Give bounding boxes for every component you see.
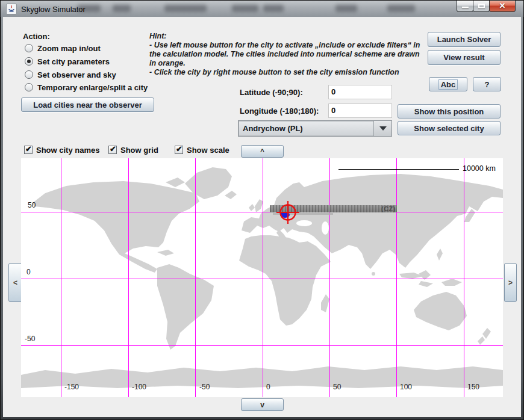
abc-button[interactable]: Abc [429, 77, 467, 91]
latitude-label: Latitude (-90;90): [240, 88, 303, 97]
abc-button-label: Abc [438, 79, 458, 90]
hint-block: Hint: - Use left mouse button for the ci… [149, 32, 422, 77]
checkbox-checked-icon [175, 146, 183, 154]
grid-meridian [464, 158, 464, 397]
latitude-input[interactable]: 0 [328, 85, 392, 99]
lat-label-m50: -50 [25, 335, 35, 343]
pan-left-button[interactable]: < [8, 263, 22, 302]
grid-meridian [128, 158, 129, 397]
window-title: Skyglow Simulator [21, 5, 86, 14]
pan-right-button[interactable]: > [504, 263, 517, 302]
titlebar-glass-artifact [232, 5, 258, 12]
hint-line-2: - Click the city by right mouse button t… [149, 68, 422, 77]
longitude-input[interactable]: 0 [328, 103, 392, 118]
city-cluster-label: (CZ) [381, 205, 397, 212]
radio-selected-icon [25, 57, 33, 66]
pan-up-button[interactable]: ^ [241, 145, 284, 158]
longitude-label: Longitude (-180;180): [240, 107, 319, 116]
titlebar-glass-artifact [164, 5, 207, 12]
lon-label-50: 50 [333, 383, 341, 391]
grid-meridian [263, 158, 263, 397]
show-selected-city-button[interactable]: Show selected city [398, 121, 501, 135]
checkbox-label: Show city names [36, 146, 99, 155]
city-selector-value: Andrychow (PL) [239, 124, 373, 133]
titlebar-glass-artifact [335, 5, 357, 12]
lon-label-m50: -50 [199, 383, 210, 391]
world-map-canvas[interactable]: 50 0 -50 -150 -100 -50 0 50 100 150 1000… [21, 158, 503, 397]
grid-meridian [329, 158, 330, 397]
lon-label-150: 150 [467, 383, 479, 391]
app-window: Skyglow Simulator ✕ Action: Zoom map in/… [0, 0, 524, 420]
world-map-continents [21, 158, 503, 397]
titlebar-glass-artifact [263, 5, 284, 12]
grid-parallel [21, 212, 503, 212]
radio-icon [25, 70, 33, 79]
map-scale-bar [338, 169, 459, 170]
radio-icon [25, 83, 33, 91]
checkbox-checked-icon [24, 146, 33, 154]
maximize-icon [478, 4, 485, 8]
grid-parallel [21, 279, 503, 279]
radio-label: Set city parameters [37, 57, 110, 66]
main-panel: Action: Zoom map in/out Set city paramet… [3, 17, 521, 417]
help-button[interactable]: ? [473, 77, 501, 91]
hint-title: Hint: [149, 32, 422, 41]
minimize-icon [462, 7, 469, 8]
radio-icon [25, 44, 33, 52]
radio-label: Temporary enlarge/split a city [37, 83, 148, 92]
lon-label-m100: -100 [132, 383, 146, 391]
lon-label-0: 0 [266, 383, 270, 391]
minimize-button[interactable] [457, 1, 473, 12]
checkbox-label: Show scale [187, 146, 229, 155]
close-icon: ✕ [490, 1, 515, 10]
grid-parallel [21, 345, 503, 346]
hint-line-1: - Use left mouse button for the city to … [149, 41, 422, 68]
grid-meridian [61, 158, 61, 397]
checkbox-checked-icon [108, 146, 117, 154]
java-app-icon [6, 4, 17, 14]
titlebar-glass-artifact [113, 5, 131, 12]
grid-meridian [396, 158, 397, 397]
show-this-position-button[interactable]: Show this position [398, 104, 501, 119]
action-group-label: Action: [23, 32, 50, 41]
load-cities-button[interactable]: Load cities near the observer [21, 97, 154, 112]
grid-meridian [195, 158, 196, 397]
launch-solver-button[interactable]: Launch Solver [428, 32, 501, 47]
show-city-names-checkbox[interactable]: Show city names [24, 145, 99, 155]
radio-label: Set observer and sky [37, 70, 116, 79]
city-selector-dropdown-button[interactable] [373, 121, 391, 136]
map-scale-label: 10000 km [463, 164, 496, 173]
lon-label-m150: -150 [64, 383, 79, 391]
pan-down-button[interactable]: v [241, 398, 284, 411]
chevron-down-icon [379, 126, 387, 131]
lat-label-0: 0 [27, 268, 31, 276]
close-button[interactable]: ✕ [489, 1, 516, 12]
checkbox-label: Show grid [120, 146, 158, 155]
radio-set-city-parameters[interactable]: Set city parameters [25, 56, 110, 67]
radio-enlarge-split-city[interactable]: Temporary enlarge/split a city [25, 82, 148, 93]
radio-label: Zoom map in/out [37, 44, 101, 53]
titlebar-glass-artifact [387, 5, 415, 12]
view-result-button[interactable]: View result [428, 50, 501, 65]
radio-set-observer-sky[interactable]: Set observer and sky [25, 69, 116, 80]
show-scale-checkbox[interactable]: Show scale [175, 145, 229, 155]
show-grid-checkbox[interactable]: Show grid [108, 145, 158, 155]
city-selector[interactable]: Andrychow (PL) [238, 120, 392, 137]
observer-crosshair-marker [275, 199, 301, 226]
lat-label-50: 50 [28, 201, 36, 209]
radio-zoom-map[interactable]: Zoom map in/out [25, 43, 101, 54]
maximize-button[interactable] [473, 1, 490, 12]
lon-label-100: 100 [400, 383, 412, 391]
titlebar[interactable]: Skyglow Simulator ✕ [1, 1, 523, 17]
